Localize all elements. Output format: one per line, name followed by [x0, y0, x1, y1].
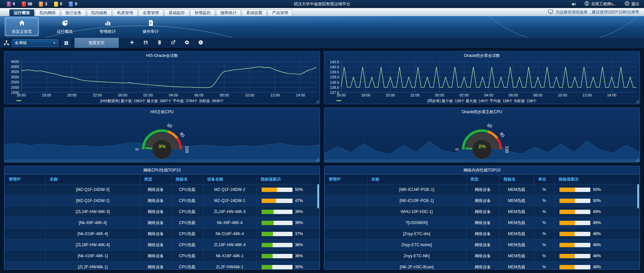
table-cell: 网络设备 — [140, 240, 171, 251]
table-row[interactable]: WHU-10F-H3C-1]网络设备MEM负载%49% — [325, 206, 640, 217]
table-cell: MZ-Q1F-24DW-1 — [203, 195, 257, 206]
vscrollbar-thumb[interactable] — [637, 184, 639, 208]
menu-tab[interactable]: 基础监控 — [164, 9, 189, 16]
column-header[interactable]: 名称 — [367, 175, 466, 184]
table-row[interactable]: [MZ-Q1F-24DW-1]网络设备CPU负载MZ-Q1F-24DW-147% — [5, 195, 320, 206]
metric-bar-fill — [262, 188, 277, 192]
x-tick-label: 12:00 — [270, 93, 280, 97]
help-button[interactable]: ? — [198, 40, 203, 46]
table-cell: [NK-ICU3F-POE-1] — [367, 195, 466, 206]
menu-tab[interactable]: 智维监控 — [190, 9, 215, 16]
table-row[interactable]: [NK-2F-H3C-Bcao]网络设备MEM负载%48% — [325, 262, 640, 270]
trash-icon — [157, 40, 162, 46]
delete-button[interactable] — [157, 40, 162, 46]
panel-sync-cpu: Oracle同步库主机CPU 060801002% — [324, 108, 640, 162]
metric-bar-cell: 36% — [257, 240, 320, 251]
menu-tab[interactable]: 产品管理 — [268, 9, 292, 16]
quick-nav-item[interactable]: 智维统计 — [91, 17, 125, 36]
table-cell: CPU负载 — [171, 240, 203, 251]
page-tab-preset-home[interactable]: 预置首页 — [74, 38, 119, 48]
add-button[interactable] — [129, 40, 135, 46]
table-row[interactable]: [NK-ICU3F-POE-1]网络设备MEM负载%50% — [325, 195, 640, 206]
sound-button[interactable] — [571, 2, 576, 7]
x-tick-label: 14:00 — [296, 93, 305, 97]
alarm-badge-minor[interactable]: !3 — [39, 2, 47, 7]
table-cell: 网络设备 — [140, 228, 171, 240]
column-header[interactable]: 名称 — [46, 175, 140, 184]
group-select[interactable]: 全局组 ▼ — [12, 39, 58, 47]
alarm-badge-major[interactable]: !56 — [22, 2, 32, 7]
metric-value: 50% — [593, 198, 601, 203]
table-row[interactable]: [Nk-X16F-48K-1]网络设备CPU负载Nk-X16F-48K-136% — [5, 251, 320, 262]
alarm-count: 56 — [28, 2, 32, 6]
table-row[interactable]: [Nk-D16F-48K-4]网络设备CPU负载Nk-D16F-48K-437% — [5, 228, 320, 240]
metric-value: 50% — [295, 187, 303, 192]
user-menu[interactable]: 北塔工程师s... — [584, 1, 616, 7]
table-cell — [325, 206, 367, 217]
column-header[interactable]: 指标值图示 — [257, 175, 320, 184]
alarm-icon: ! — [54, 2, 58, 7]
menu-tab[interactable]: 院内巡检 — [87, 9, 112, 16]
svg-text:80: 80 — [499, 131, 506, 138]
export-button[interactable] — [171, 40, 176, 46]
metric-bar-track — [559, 199, 590, 203]
alarm-badge-critical[interactable]: !0 — [7, 2, 15, 7]
vscrollbar-thumb[interactable] — [317, 184, 319, 208]
table-row[interactable]: [ZL24F-HW-48K-3]网络设备CPU负载ZL24F-HW-48K-33… — [5, 206, 320, 217]
table-cell: [MZ-Q1F-24DW-1] — [46, 195, 140, 206]
menu-tab[interactable]: 院内网络 — [35, 9, 60, 16]
alarm-badge-info[interactable]: !0 — [69, 2, 77, 7]
menu-tab[interactable]: 基础设置 — [242, 9, 267, 16]
table-row[interactable]: Znyy-ETC-NK]网络设备MEM负载%48% — [325, 251, 640, 262]
table-row[interactable]: [ZL2F-HW48k-1]网络设备CPU负载ZL2F-HW48k-135% — [5, 262, 320, 270]
column-header[interactable]: 类型 — [466, 175, 499, 184]
save-button[interactable] — [143, 40, 148, 46]
table-cell: [Nk-D16F-48K-4] — [46, 228, 140, 240]
column-header[interactable]: 指标名 — [499, 175, 534, 184]
menu-tab[interactable]: 运行概览 — [9, 9, 34, 16]
column-header[interactable]: 指标值图示 — [554, 175, 640, 184]
menu-tab[interactable]: 报表统计 — [216, 9, 241, 16]
table-cell: % — [534, 240, 554, 251]
logout-button[interactable]: 退出 — [625, 1, 639, 7]
settings-button[interactable] — [184, 40, 190, 46]
x-tick-label: 18:00 — [42, 93, 51, 97]
table-row[interactable]: [MZ-Q1F-24DW-2]网络设备CPU负载MZ-Q1F-24DW-250% — [5, 184, 320, 195]
column-header[interactable]: 类型 — [140, 175, 171, 184]
menu-tab[interactable]: 机房管理 — [113, 9, 138, 16]
metric-bar-fill — [559, 254, 574, 258]
quick-nav-item[interactable]: 操作审计 — [133, 17, 168, 36]
table-cell: MEM负载 — [499, 240, 534, 251]
metric-bar-fill — [262, 265, 272, 269]
hscrollbar[interactable] — [324, 159, 640, 162]
table-row[interactable]: [ZL18F-HW-48K-4]网络设备CPU负载ZL18F-HW-48K-43… — [5, 240, 320, 251]
x-tick-label: 00:00 — [435, 93, 444, 97]
metric-bar-track — [262, 221, 292, 225]
table-row[interactable]: Znyy-ETC-home]网络设备MEM负载%48% — [325, 240, 640, 251]
layout-grid-button[interactable] — [61, 38, 71, 48]
metric-bar-cell: 35% — [257, 262, 320, 270]
quick-nav-item[interactable]: 自定义首页 — [5, 17, 39, 36]
chevron-down-icon: ▼ — [53, 42, 56, 45]
menu-tab[interactable]: 告警管理 — [139, 9, 163, 16]
y-tick-label: 139.5 — [330, 70, 339, 74]
quick-nav-item[interactable]: 运行概览 — [48, 17, 82, 36]
table-row[interactable]: ?[USG6600]网络设备MEM负载%49% — [325, 217, 640, 228]
column-header[interactable]: 管理IP — [325, 175, 367, 184]
table-cell: ZL2F-HW48k-1 — [203, 262, 257, 270]
column-header[interactable]: 设备名称 — [203, 175, 257, 184]
table-row[interactable]: [WK-ICU4F-POE-1]网络设备MEM负载%50% — [325, 184, 640, 195]
table-cell — [5, 262, 46, 270]
table-row[interactable]: [Znyy-ETC-dm]网络设备MEM负载%48% — [325, 228, 640, 240]
metric-value: 36% — [295, 243, 303, 247]
table-row[interactable]: [Nk-X6F-48K-4]网络设备CPU负载Nk-X6F-48K-439% — [5, 217, 320, 228]
column-header[interactable]: 单位 — [534, 175, 554, 184]
alarm-badge-warning[interactable]: !0 — [54, 2, 62, 7]
hscrollbar[interactable] — [4, 159, 320, 162]
menu-tab[interactable]: 医疗业务 — [61, 9, 86, 16]
export-icon — [171, 40, 176, 46]
monitor-icon — [548, 9, 553, 15]
metric-bar-fill — [262, 232, 273, 236]
column-header[interactable]: 指标名 — [171, 175, 203, 184]
column-header[interactable]: 管理IP — [5, 175, 46, 184]
